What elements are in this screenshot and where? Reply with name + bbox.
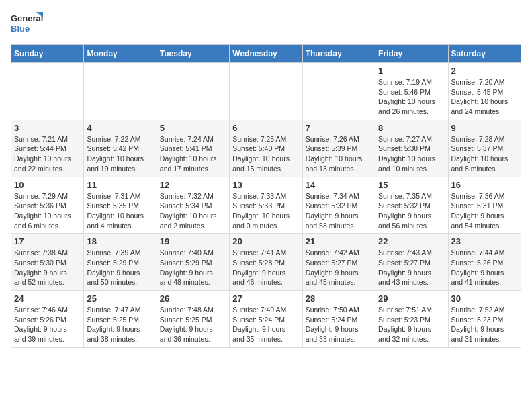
day-number: 29	[378, 293, 445, 304]
day-info: Sunrise: 7:47 AM Sunset: 5:25 PM Dayligh…	[87, 305, 153, 345]
day-number: 18	[87, 236, 153, 246]
week-row-5: 24Sunrise: 7:46 AM Sunset: 5:26 PM Dayli…	[11, 291, 521, 348]
day-cell: 25Sunrise: 7:47 AM Sunset: 5:25 PM Dayli…	[84, 291, 157, 348]
day-number: 7	[306, 123, 372, 133]
day-number: 5	[160, 123, 226, 133]
day-cell: 30Sunrise: 7:52 AM Sunset: 5:23 PM Dayli…	[448, 291, 521, 348]
day-number: 11	[87, 180, 153, 190]
day-cell: 27Sunrise: 7:49 AM Sunset: 5:24 PM Dayli…	[230, 291, 302, 348]
day-cell	[11, 63, 84, 120]
week-row-3: 10Sunrise: 7:29 AM Sunset: 5:36 PM Dayli…	[11, 177, 521, 234]
calendar-header-row: SundayMondayTuesdayWednesdayThursdayFrid…	[11, 45, 521, 63]
day-cell: 9Sunrise: 7:28 AM Sunset: 5:37 PM Daylig…	[448, 120, 521, 177]
day-number: 15	[378, 180, 445, 190]
day-number: 28	[306, 293, 372, 304]
day-info: Sunrise: 7:22 AM Sunset: 5:42 PM Dayligh…	[87, 134, 153, 174]
day-cell: 16Sunrise: 7:36 AM Sunset: 5:31 PM Dayli…	[448, 177, 521, 234]
day-info: Sunrise: 7:41 AM Sunset: 5:28 PM Dayligh…	[232, 248, 299, 287]
day-cell: 10Sunrise: 7:29 AM Sunset: 5:36 PM Dayli…	[11, 177, 84, 234]
day-number: 16	[451, 180, 518, 190]
day-cell: 6Sunrise: 7:25 AM Sunset: 5:40 PM Daylig…	[230, 120, 302, 177]
day-number: 23	[451, 236, 518, 246]
day-info: Sunrise: 7:33 AM Sunset: 5:33 PM Dayligh…	[232, 191, 299, 231]
day-cell: 24Sunrise: 7:46 AM Sunset: 5:26 PM Dayli…	[11, 291, 84, 348]
day-cell: 5Sunrise: 7:24 AM Sunset: 5:41 PM Daylig…	[157, 120, 229, 177]
day-info: Sunrise: 7:25 AM Sunset: 5:40 PM Dayligh…	[232, 134, 299, 174]
logo: General Blue	[11, 11, 44, 39]
day-info: Sunrise: 7:34 AM Sunset: 5:32 PM Dayligh…	[306, 191, 372, 231]
day-cell: 17Sunrise: 7:38 AM Sunset: 5:30 PM Dayli…	[11, 234, 84, 291]
day-number: 3	[14, 123, 81, 133]
col-header-saturday: Saturday	[448, 45, 521, 63]
day-number: 24	[14, 293, 81, 304]
day-cell	[84, 63, 157, 120]
day-cell: 19Sunrise: 7:40 AM Sunset: 5:29 PM Dayli…	[157, 234, 229, 291]
day-cell: 15Sunrise: 7:35 AM Sunset: 5:32 PM Dayli…	[375, 177, 448, 234]
day-number: 6	[232, 123, 299, 133]
day-info: Sunrise: 7:20 AM Sunset: 5:45 PM Dayligh…	[451, 77, 518, 117]
day-number: 17	[14, 236, 81, 246]
day-info: Sunrise: 7:36 AM Sunset: 5:31 PM Dayligh…	[451, 191, 518, 231]
day-info: Sunrise: 7:27 AM Sunset: 5:38 PM Dayligh…	[378, 134, 445, 174]
day-number: 14	[306, 180, 372, 190]
day-info: Sunrise: 7:42 AM Sunset: 5:27 PM Dayligh…	[306, 248, 372, 287]
day-info: Sunrise: 7:44 AM Sunset: 5:26 PM Dayligh…	[451, 248, 518, 287]
day-cell: 20Sunrise: 7:41 AM Sunset: 5:28 PM Dayli…	[230, 234, 302, 291]
day-info: Sunrise: 7:48 AM Sunset: 5:25 PM Dayligh…	[160, 305, 226, 345]
day-number: 13	[232, 180, 299, 190]
day-number: 30	[451, 293, 518, 304]
day-cell: 21Sunrise: 7:42 AM Sunset: 5:27 PM Dayli…	[302, 234, 375, 291]
day-number: 25	[87, 293, 153, 304]
day-info: Sunrise: 7:24 AM Sunset: 5:41 PM Dayligh…	[160, 134, 226, 174]
day-info: Sunrise: 7:46 AM Sunset: 5:26 PM Dayligh…	[14, 305, 81, 345]
day-number: 26	[160, 293, 226, 304]
day-info: Sunrise: 7:19 AM Sunset: 5:46 PM Dayligh…	[378, 77, 445, 117]
day-cell: 13Sunrise: 7:33 AM Sunset: 5:33 PM Dayli…	[230, 177, 302, 234]
day-cell: 1Sunrise: 7:19 AM Sunset: 5:46 PM Daylig…	[375, 63, 448, 120]
week-row-4: 17Sunrise: 7:38 AM Sunset: 5:30 PM Dayli…	[11, 234, 521, 291]
day-info: Sunrise: 7:40 AM Sunset: 5:29 PM Dayligh…	[160, 248, 226, 287]
col-header-friday: Friday	[375, 45, 448, 63]
logo-svg: General Blue	[11, 11, 44, 39]
day-cell: 26Sunrise: 7:48 AM Sunset: 5:25 PM Dayli…	[157, 291, 229, 348]
day-info: Sunrise: 7:28 AM Sunset: 5:37 PM Dayligh…	[451, 134, 518, 174]
day-cell: 29Sunrise: 7:51 AM Sunset: 5:23 PM Dayli…	[375, 291, 448, 348]
day-info: Sunrise: 7:29 AM Sunset: 5:36 PM Dayligh…	[14, 191, 81, 231]
day-number: 22	[378, 236, 445, 246]
day-number: 9	[451, 123, 518, 133]
day-info: Sunrise: 7:31 AM Sunset: 5:35 PM Dayligh…	[87, 191, 153, 231]
day-cell: 18Sunrise: 7:39 AM Sunset: 5:29 PM Dayli…	[84, 234, 157, 291]
col-header-thursday: Thursday	[302, 45, 375, 63]
day-info: Sunrise: 7:43 AM Sunset: 5:27 PM Dayligh…	[378, 248, 445, 287]
day-info: Sunrise: 7:39 AM Sunset: 5:29 PM Dayligh…	[87, 248, 153, 287]
day-info: Sunrise: 7:38 AM Sunset: 5:30 PM Dayligh…	[14, 248, 81, 287]
day-cell: 3Sunrise: 7:21 AM Sunset: 5:44 PM Daylig…	[11, 120, 84, 177]
day-cell: 4Sunrise: 7:22 AM Sunset: 5:42 PM Daylig…	[84, 120, 157, 177]
day-cell	[302, 63, 375, 120]
day-cell	[230, 63, 302, 120]
day-info: Sunrise: 7:52 AM Sunset: 5:23 PM Dayligh…	[451, 305, 518, 345]
day-cell: 28Sunrise: 7:50 AM Sunset: 5:24 PM Dayli…	[302, 291, 375, 348]
day-info: Sunrise: 7:21 AM Sunset: 5:44 PM Dayligh…	[14, 134, 81, 174]
day-info: Sunrise: 7:32 AM Sunset: 5:34 PM Dayligh…	[160, 191, 226, 231]
week-row-2: 3Sunrise: 7:21 AM Sunset: 5:44 PM Daylig…	[11, 120, 521, 177]
day-cell: 12Sunrise: 7:32 AM Sunset: 5:34 PM Dayli…	[157, 177, 229, 234]
day-number: 12	[160, 180, 226, 190]
day-cell: 8Sunrise: 7:27 AM Sunset: 5:38 PM Daylig…	[375, 120, 448, 177]
day-number: 4	[87, 123, 153, 133]
day-number: 19	[160, 236, 226, 246]
day-number: 27	[232, 293, 299, 304]
day-number: 2	[451, 66, 518, 76]
day-info: Sunrise: 7:51 AM Sunset: 5:23 PM Dayligh…	[378, 305, 445, 345]
day-number: 8	[378, 123, 445, 133]
day-cell: 14Sunrise: 7:34 AM Sunset: 5:32 PM Dayli…	[302, 177, 375, 234]
day-cell: 22Sunrise: 7:43 AM Sunset: 5:27 PM Dayli…	[375, 234, 448, 291]
day-cell	[157, 63, 229, 120]
day-number: 21	[306, 236, 372, 246]
week-row-1: 1Sunrise: 7:19 AM Sunset: 5:46 PM Daylig…	[11, 63, 521, 120]
day-info: Sunrise: 7:50 AM Sunset: 5:24 PM Dayligh…	[306, 305, 372, 345]
day-number: 20	[232, 236, 299, 246]
svg-text:Blue: Blue	[11, 24, 30, 34]
svg-text:General: General	[11, 13, 43, 24]
day-number: 1	[378, 66, 445, 76]
